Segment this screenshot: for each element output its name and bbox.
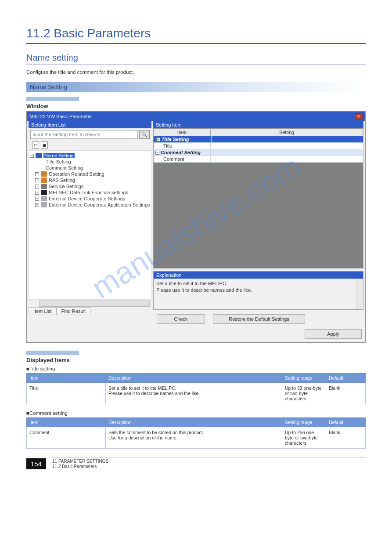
- expand-icon[interactable]: +: [35, 203, 39, 207]
- left-pane: Setting Item List 🔍 ◻ ◼ −Name Setting Ti…: [29, 121, 151, 324]
- tree-melsec[interactable]: MELSEC Data Link Function settings: [49, 190, 128, 195]
- accent-bar: [26, 97, 79, 101]
- explanation-header: Explanation: [154, 272, 363, 279]
- dialog-window: manualshive.com MI5122-VW Basic Paramete…: [26, 111, 366, 343]
- footer-line-2: 11.2 Basic Parameters: [52, 464, 366, 469]
- row-comment-setting[interactable]: Comment Setting: [161, 150, 201, 155]
- binoculars-icon: 🔍: [141, 132, 147, 138]
- setting-grid: Item Setting −Title Setting Title −Comme…: [153, 128, 363, 268]
- cell-setting[interactable]: [211, 143, 363, 149]
- folder-icon: [41, 190, 47, 195]
- tree-ras[interactable]: RAS Setting: [49, 178, 75, 183]
- col-setting: Setting: [211, 129, 363, 136]
- sub-displayed-items: Displayed Items: [26, 357, 366, 363]
- folder-icon: [41, 171, 47, 177]
- explanation-panel: Explanation Set a title to set it to the…: [153, 271, 363, 310]
- table-comment-setting: Item Description Setting range Default C…: [26, 417, 366, 449]
- cell-setting[interactable]: [211, 149, 363, 156]
- sub-window: Window: [26, 103, 366, 109]
- col-item: Item: [154, 129, 211, 136]
- apply-button[interactable]: Apply: [305, 329, 362, 339]
- heading-2: Name setting: [26, 53, 366, 65]
- table-title-setting: Item Description Setting range Default T…: [26, 373, 366, 404]
- expand-icon[interactable]: +: [35, 197, 39, 201]
- expand-all-icon[interactable]: ◼: [41, 141, 48, 149]
- accent-bar: [26, 351, 79, 355]
- th-item: Item: [27, 418, 106, 427]
- td-item: Title: [27, 383, 106, 404]
- tree-view[interactable]: −Name Setting Title Setting Comment Sett…: [29, 150, 151, 300]
- cell-setting[interactable]: [211, 156, 363, 162]
- td-default: Blank: [326, 427, 366, 449]
- titlebar: MI5122-VW Basic Parameter ✕: [27, 112, 365, 121]
- search-input[interactable]: [30, 130, 138, 139]
- collapse-all-icon[interactable]: ◻: [32, 141, 39, 149]
- dialog-title: MI5122-VW Basic Parameter: [29, 114, 92, 119]
- tab-find-result[interactable]: Find Result: [57, 307, 91, 315]
- td-default: Blank: [326, 383, 366, 404]
- explanation-line-2: Please use it to describe names and the …: [156, 287, 360, 294]
- folder-icon: [41, 178, 47, 183]
- expand-icon[interactable]: +: [35, 191, 39, 195]
- tree-toolbar: ◻ ◼: [29, 141, 151, 150]
- table-row: Title Set a title to set it to the MELIP…: [27, 383, 366, 404]
- explanation-line-1: Set a title to set it to the MELIPC.: [156, 280, 360, 287]
- grid-header: Item Setting: [154, 129, 363, 136]
- tree-name-setting[interactable]: Name Setting: [43, 153, 75, 158]
- tree-op-related[interactable]: Operation Related Setting: [49, 171, 104, 177]
- folder-icon: [41, 196, 47, 201]
- folder-icon: [41, 184, 47, 189]
- description: Configure the title and comment for this…: [26, 69, 366, 75]
- tree-ext-dev[interactable]: External Device Cooperate Settings: [49, 196, 125, 201]
- th-desc: Description: [106, 418, 282, 427]
- explanation-body: Set a title to set it to the MELIPC. Ple…: [154, 279, 363, 309]
- search-button[interactable]: 🔍: [139, 130, 150, 139]
- right-pane: Setting Item Item Setting −Title Setting…: [153, 121, 363, 324]
- th-default: Default: [326, 374, 366, 383]
- cell-setting[interactable]: [212, 136, 362, 142]
- left-pane-header: Setting Item List: [29, 121, 151, 128]
- grid-empty-area: [154, 163, 363, 268]
- tree-service[interactable]: Service Settings: [49, 184, 83, 189]
- td-desc: Sets the comment to be stored on this pr…: [106, 427, 282, 449]
- folder-icon: [41, 202, 47, 207]
- row-comment[interactable]: Comment: [154, 156, 211, 162]
- expand-icon[interactable]: +: [35, 172, 39, 176]
- check-button[interactable]: Check: [157, 314, 205, 324]
- th-desc: Description: [106, 374, 282, 383]
- page-number: 154: [26, 458, 46, 469]
- folder-icon: [36, 153, 42, 158]
- table-row: Comment Sets the comment to be stored on…: [27, 427, 366, 449]
- page-footer: 154 11 PARAMETER SETTINGS 11.2 Basic Par…: [26, 457, 366, 469]
- td-item: Comment: [27, 427, 106, 449]
- td-range: Up to 256 one-byte or two-byte character…: [282, 427, 326, 449]
- td-desc: Set a title to set it to the MELIPC. Ple…: [106, 383, 282, 404]
- collapse-icon[interactable]: −: [30, 154, 34, 158]
- restore-defaults-button[interactable]: Restore the Default Settings: [213, 314, 305, 324]
- footer-line-1: 11 PARAMETER SETTINGS: [52, 459, 366, 464]
- th-range: Setting range: [282, 374, 326, 383]
- close-button[interactable]: ✕: [355, 113, 363, 120]
- section-title-setting: ■Title setting: [26, 366, 366, 371]
- section-comment-setting: ■Comment setting: [26, 410, 366, 416]
- vertical-scrollbar[interactable]: [356, 279, 363, 309]
- row-title[interactable]: Title: [154, 143, 211, 149]
- tree-ext-dev-app[interactable]: External Device Cooperate Application Se…: [49, 202, 150, 207]
- nav-bar: Name Setting: [26, 82, 366, 92]
- tree-comment-setting[interactable]: Comment Setting: [30, 165, 150, 171]
- tab-item-list[interactable]: Item List: [29, 307, 57, 315]
- th-item: Item: [27, 374, 106, 383]
- expand-icon[interactable]: +: [35, 178, 39, 182]
- collapse-icon[interactable]: −: [155, 151, 159, 155]
- th-default: Default: [326, 418, 366, 427]
- tree-title-setting[interactable]: Title Setting: [30, 159, 150, 165]
- right-pane-header: Setting Item: [153, 121, 363, 128]
- row-title-setting[interactable]: Title Setting: [162, 137, 189, 142]
- expand-icon[interactable]: +: [35, 185, 39, 189]
- heading-1: 11.2 Basic Parameters: [26, 26, 366, 44]
- horizontal-scrollbar[interactable]: [39, 301, 150, 307]
- th-range: Setting range: [282, 418, 326, 427]
- td-range: Up to 32 one-byte or two-byte characters: [282, 383, 326, 404]
- collapse-icon[interactable]: −: [156, 138, 160, 141]
